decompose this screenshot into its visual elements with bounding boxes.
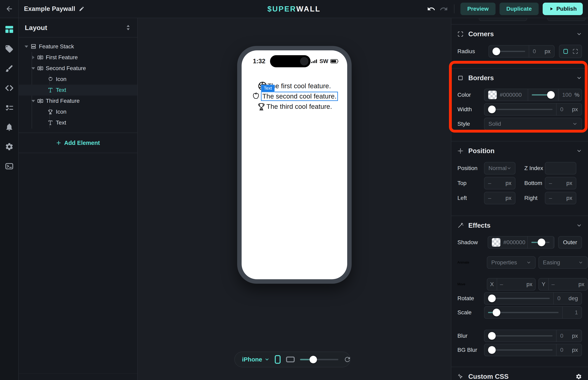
animate-properties-select[interactable]: Properties xyxy=(487,256,536,269)
tree-item-label: Second Feature xyxy=(46,65,86,72)
bg-blur-value-segment[interactable]: 0 px xyxy=(556,344,582,356)
blur-slider[interactable] xyxy=(488,332,552,340)
slider-thumb[interactable] xyxy=(488,295,496,302)
radius-value-segment[interactable]: 0 px xyxy=(529,46,554,57)
position-section-header[interactable]: Position xyxy=(451,141,588,160)
blur-group: 0 px xyxy=(484,330,582,342)
color-swatch[interactable] xyxy=(492,238,501,247)
rotate-value-segment[interactable]: 0 deg xyxy=(553,293,582,304)
width-value-segment[interactable]: 0 px xyxy=(556,104,582,115)
scale-slider[interactable] xyxy=(488,309,559,316)
refresh-icon[interactable] xyxy=(343,356,351,363)
phone-screen[interactable]: 1:32 SW The first cool feature. xyxy=(242,50,347,279)
redo-icon[interactable] xyxy=(439,5,448,13)
sort-icon[interactable] xyxy=(125,24,131,31)
tree-item-second-feature[interactable]: Second Feature xyxy=(19,63,137,74)
checklist-icon[interactable] xyxy=(4,103,14,113)
border-style-select[interactable]: Solid xyxy=(484,118,582,130)
publish-button[interactable]: Publish xyxy=(543,3,583,15)
preview-button[interactable]: Preview xyxy=(460,3,495,15)
canvas-zoom-slider[interactable] xyxy=(300,356,338,363)
caret-down-icon[interactable] xyxy=(31,67,35,70)
slider-thumb[interactable] xyxy=(493,309,500,316)
tree-item-feature-stack[interactable]: Feature Stack xyxy=(19,41,137,52)
paintbrush-icon[interactable] xyxy=(4,64,14,73)
shadow-swatch-segment[interactable]: #000000 xyxy=(488,237,527,248)
top-unit: px xyxy=(505,180,512,186)
border-width-slider[interactable] xyxy=(488,106,552,113)
feature-row-2-selected[interactable]: Text The second cool feature. xyxy=(251,92,338,101)
terminal-icon[interactable] xyxy=(4,161,14,171)
zindex-input[interactable] xyxy=(545,162,576,174)
rotate-slider[interactable] xyxy=(488,295,550,302)
border-color-row: Color #000000 100 % xyxy=(451,89,588,101)
edit-title-icon[interactable] xyxy=(79,6,84,12)
shadow-opacity-slider[interactable] xyxy=(531,239,550,246)
layout-panel: Layout Feature Stack First Feat xyxy=(19,18,138,380)
slider-thumb[interactable] xyxy=(493,48,500,55)
top-input[interactable]: – px xyxy=(484,177,515,190)
duplicate-button[interactable]: Duplicate xyxy=(499,3,539,15)
right-input[interactable]: – px xyxy=(545,192,576,204)
trophy-icon xyxy=(47,109,53,115)
move-x-input[interactable]: X – px xyxy=(487,278,536,290)
move-y-input[interactable]: Y – px xyxy=(538,278,588,290)
opacity-value-segment[interactable]: 100 % xyxy=(558,89,582,101)
tree-item-text-selected[interactable]: Text xyxy=(19,85,137,95)
code-icon[interactable] xyxy=(4,83,14,93)
scale-value-segment[interactable]: 1 xyxy=(562,307,582,318)
effects-section-header[interactable]: Effects xyxy=(451,216,588,234)
left-input[interactable]: – px xyxy=(484,192,515,204)
bg-blur-slider[interactable] xyxy=(488,346,552,354)
tree-item-icon[interactable]: Icon xyxy=(19,74,137,85)
bell-icon[interactable] xyxy=(4,122,14,132)
slider-thumb[interactable] xyxy=(488,332,496,340)
caret-down-icon[interactable] xyxy=(31,100,35,102)
device-select[interactable]: iPhone xyxy=(242,356,269,363)
landscape-orientation-button[interactable] xyxy=(286,356,295,362)
selected-text-element[interactable]: Text The second cool feature. xyxy=(261,92,338,101)
portrait-orientation-button[interactable] xyxy=(275,355,281,364)
undo-icon[interactable] xyxy=(427,5,436,13)
shadow-value-segment[interactable]: 100 % xyxy=(553,237,554,248)
custom-css-section-header[interactable]: Custom CSS xyxy=(451,367,588,380)
slider-thumb[interactable] xyxy=(538,239,545,246)
gear-icon[interactable] xyxy=(4,142,14,152)
slider-thumb[interactable] xyxy=(488,346,496,354)
slider-thumb[interactable] xyxy=(309,356,317,363)
chevron-down-icon xyxy=(578,260,583,265)
tree-item-third-feature[interactable]: Third Feature xyxy=(19,95,137,106)
back-button[interactable] xyxy=(5,5,13,13)
layout-icon[interactable] xyxy=(4,25,14,34)
radius-slider[interactable] xyxy=(493,48,525,55)
chevron-down-icon[interactable] xyxy=(576,223,582,228)
bottom-input[interactable]: – px xyxy=(545,177,576,190)
gear-icon[interactable] xyxy=(575,373,582,380)
position-select[interactable]: Normal xyxy=(484,162,515,174)
border-opacity-slider[interactable] xyxy=(532,91,554,99)
section-title: Corners xyxy=(468,30,494,38)
individual-corners-icon[interactable] xyxy=(572,48,579,55)
add-element-button[interactable]: Add Element xyxy=(19,133,137,153)
shadow-mode-button[interactable]: Outer xyxy=(558,236,582,249)
corners-section-header[interactable]: Corners xyxy=(451,25,588,43)
chevron-down-icon[interactable] xyxy=(576,148,582,154)
color-swatch-segment[interactable]: #000000 xyxy=(484,89,528,101)
animate-easing-select[interactable]: Easing xyxy=(538,256,588,269)
tree-item-first-feature[interactable]: First Feature xyxy=(19,52,137,63)
uniform-radius-icon[interactable] xyxy=(562,48,569,55)
slider-thumb[interactable] xyxy=(547,91,555,99)
caret-down-icon[interactable] xyxy=(24,46,28,48)
chevron-down-icon[interactable] xyxy=(576,75,582,81)
tag-icon[interactable] xyxy=(4,44,14,54)
tree-item-icon[interactable]: Icon xyxy=(19,106,137,117)
radius-row: Radius 0 px xyxy=(451,45,588,58)
blur-value-segment[interactable]: 0 px xyxy=(556,330,582,342)
borders-section-header[interactable]: Borders xyxy=(451,69,588,87)
tree-item-text[interactable]: Text xyxy=(19,117,137,128)
color-swatch[interactable] xyxy=(488,91,497,99)
caret-right-icon[interactable] xyxy=(31,56,35,59)
slider-thumb[interactable] xyxy=(488,106,496,113)
feature-row-3[interactable]: The third cool feature. xyxy=(257,102,332,111)
chevron-down-icon[interactable] xyxy=(576,31,582,37)
